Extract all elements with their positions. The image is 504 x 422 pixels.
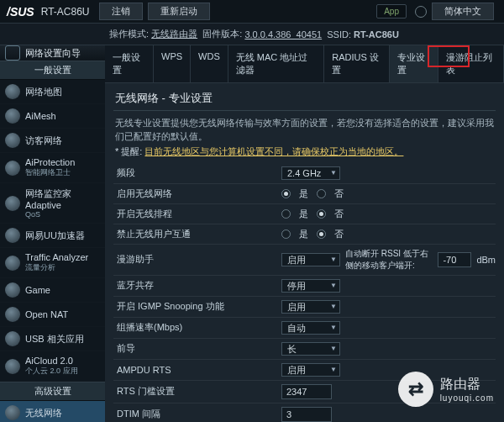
label-rts: RTS 门槛设置 (113, 385, 281, 398)
roaming-rssi-input[interactable] (438, 252, 471, 267)
sidebar-icon (5, 405, 20, 420)
logout-button[interactable]: 注销 (99, 3, 143, 20)
sched-no[interactable] (317, 209, 326, 219)
ssid-value: RT-AC86U (354, 29, 399, 40)
sidebar-item-5[interactable]: 网易UU加速器 (0, 224, 105, 248)
sidebar-item-10[interactable]: AiCloud 2.0个人云 2.0 应用 (0, 351, 105, 382)
fw-label: 固件版本: (202, 28, 242, 40)
band-select[interactable]: 2.4 GHz (281, 166, 340, 180)
qis-label: 网络设置向导 (25, 47, 81, 60)
globe-icon (415, 6, 427, 18)
mode-label: 操作模式: (109, 28, 149, 40)
sidebar-icon (5, 331, 20, 346)
tab-bar: 一般设置WPSWDS无线 MAC 地址过滤器RADIUS 设置专业设置漫游阻止列… (105, 45, 504, 83)
sidebar-adv-item-0[interactable]: 无线网络 (0, 401, 105, 422)
sidebar-icon (5, 282, 20, 298)
igmp-select[interactable]: 启用 (281, 300, 340, 314)
watermark-title: 路由器 (440, 376, 494, 393)
roaming-select[interactable]: 启用 (281, 253, 340, 266)
label-bt: 蓝牙共存 (113, 279, 281, 292)
watermark-icon: ⇄ (398, 372, 433, 407)
sidebar-item-1[interactable]: AiMesh (0, 104, 105, 129)
sidebar-item-7[interactable]: Game (0, 278, 105, 303)
tab-0[interactable]: 一般设置 (105, 45, 154, 82)
tab-5[interactable]: 专业设置 (390, 45, 438, 82)
panel-title: 无线网络 - 专业设置 (105, 83, 504, 110)
sidebar-icon (5, 307, 20, 322)
bt-select[interactable]: 停用 (281, 279, 340, 293)
sidebar-icon (5, 359, 20, 374)
isolate-yes[interactable] (281, 229, 291, 239)
fw-value[interactable]: 3.0.0.4.386_40451 (244, 29, 322, 40)
isolate-no[interactable] (317, 229, 326, 239)
preamble-select[interactable]: 长 (281, 342, 340, 356)
tab-4[interactable]: RADIUS 设置 (324, 45, 390, 82)
label-roaming: 漫游助手 (113, 253, 281, 266)
main-panel: 一般设置WPSWDS无线 MAC 地址过滤器RADIUS 设置专业设置漫游阻止列… (105, 45, 504, 422)
sidebar-icon (5, 196, 20, 211)
section-general: 一般设置 (0, 61, 105, 80)
sidebar-item-0[interactable]: 网络地图 (0, 80, 105, 104)
reboot-button[interactable]: 重新启动 (148, 3, 210, 20)
label-igmp: 开启 IGMP Snooping 功能 (113, 300, 281, 313)
sidebar-icon (5, 133, 20, 148)
language-select[interactable]: 简体中文 (432, 3, 494, 20)
tab-1[interactable]: WPS (154, 45, 191, 82)
label-band: 频段 (113, 166, 281, 179)
dtim-input[interactable] (281, 407, 332, 422)
rts-input[interactable] (281, 384, 332, 399)
model-label: RT-AC86U (41, 6, 100, 18)
app-link[interactable]: App (376, 4, 407, 18)
sidebar-icon (5, 256, 20, 271)
sidebar-item-3[interactable]: AiProtection智能网络卫士 (0, 153, 105, 183)
sidebar-item-8[interactable]: Open NAT (0, 303, 105, 327)
sched-yes[interactable] (281, 209, 291, 219)
mode-value[interactable]: 无线路由器 (151, 28, 197, 40)
sidebar-item-2[interactable]: 访客网络 (0, 129, 105, 153)
label-dtim: DTIM 间隔 (113, 408, 281, 420)
brand-logo: /SUS (0, 5, 41, 18)
watermark-url: luyouqi.com (440, 393, 494, 403)
label-enable-radio: 启用无线网络 (113, 187, 281, 200)
panel-warn: * 提醒: 目前无线地区与您计算机设置不同，请确保校正为当地的地区。 (105, 145, 504, 163)
mcast-select[interactable]: 自动 (281, 321, 340, 335)
label-mcast: 组播速率(Mbps) (113, 321, 281, 334)
label-isolate: 禁止无线用户互通 (113, 228, 281, 240)
section-advanced: 高级设置 (0, 382, 105, 401)
sidebar-icon (5, 108, 20, 124)
sidebar-item-9[interactable]: USB 相关应用 (0, 327, 105, 351)
watermark: ⇄ 路由器 luyouqi.com (398, 372, 494, 407)
sidebar-item-6[interactable]: Traffic Analyzer流量分析 (0, 248, 105, 278)
label-ampdu: AMPDU RTS (113, 365, 281, 375)
sidebar: 网络设置向导 一般设置 网络地图AiMesh访客网络AiProtection智能… (0, 45, 105, 422)
enable-radio-no[interactable] (317, 189, 326, 198)
ssid-label: SSID: (327, 29, 351, 40)
label-enable-sched: 开启无线排程 (113, 208, 281, 220)
roaming-hint: 自动断开 RSSI 低于右侧的移动客户端开: (345, 248, 433, 272)
panel-desc: 无线专业设置提供您无线网络传输与效率方面的设置，若您没有选择适合的设置，建议采用… (105, 111, 504, 145)
info-bar: 操作模式: 无线路由器 固件版本: 3.0.0.4.386_40451 SSID… (0, 24, 504, 45)
sidebar-icon (5, 161, 20, 176)
enable-radio-yes[interactable] (281, 189, 291, 198)
label-preamble: 前导 (113, 342, 281, 355)
sidebar-icon (5, 84, 20, 99)
wizard-icon (5, 45, 20, 61)
rssi-unit: dBm (476, 255, 496, 265)
sidebar-icon (5, 228, 20, 243)
sidebar-item-4[interactable]: 网络监控家 AdaptiveQoS (0, 183, 105, 224)
ampdu-select[interactable]: 启用 (281, 363, 340, 377)
warn-link[interactable]: 目前无线地区与您计算机设置不同，请确保校正为当地的地区。 (144, 146, 403, 156)
tab-2[interactable]: WDS (191, 45, 228, 82)
tab-3[interactable]: 无线 MAC 地址过滤器 (228, 45, 324, 82)
qis-hero[interactable]: 网络设置向导 (0, 45, 105, 61)
tab-6[interactable]: 漫游阻止列表 (438, 45, 504, 82)
